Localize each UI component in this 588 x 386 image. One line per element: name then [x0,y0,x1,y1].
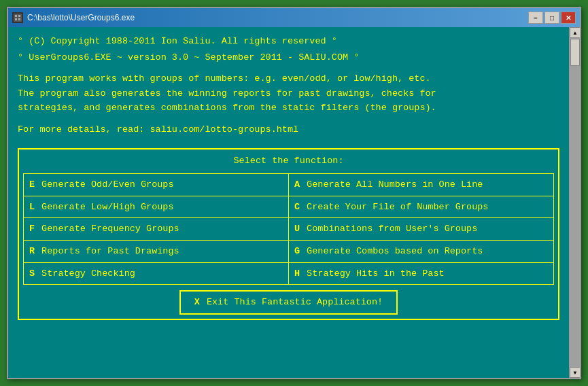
maximize-button[interactable]: □ [544,12,559,24]
close-button[interactable]: ✕ [561,12,576,24]
more-details: For more details, read: saliu.com/lotto-… [18,122,559,137]
menu-item-R[interactable]: R Reports for Past Drawings [24,241,289,263]
description-block: This program works with groups of number… [18,71,559,116]
main-content: ° (C) Copyright 1988-2011 Ion Saliu. All… [8,27,569,378]
menu-label-G: Generate Combos based on Reports [307,244,483,259]
menu-label-R: Reports for Past Drawings [41,244,179,259]
window-frame: C:\bas\lotto\UserGroups6.exe − □ ✕ ° (C)… [7,7,581,379]
svg-rect-3 [15,18,17,20]
scroll-thumb[interactable] [570,39,580,66]
minimize-button[interactable]: − [528,12,543,24]
title-bar-left: C:\bas\lotto\UserGroups6.exe [12,12,135,23]
menu-key-C: C [294,200,300,215]
menu-label-U: Combinations from User's Groups [307,222,477,236]
menu-key-A: A [294,177,300,192]
svg-rect-4 [18,18,20,20]
menu-item-C[interactable]: C Create Your File of Number Groups [289,196,554,219]
copyright-line1: ° (C) Copyright 1988-2011 Ion Saliu. All… [18,34,559,49]
menu-key-E: E [29,177,35,192]
menu-item-S[interactable]: S Strategy Checking [24,263,289,285]
menu-item-F[interactable]: F Generate Frequency Groups [24,218,289,241]
scroll-down-button[interactable]: ▼ [570,367,580,378]
menu-header: Select the function: [23,154,554,169]
menu-key-S: S [29,266,35,281]
menu-label-F: Generate Frequency Groups [41,222,179,236]
menu-label-L: Generate Low/High Groups [41,200,173,215]
menu-item-L[interactable]: L Generate Low/High Groups [24,196,289,219]
menu-item-H[interactable]: H Strategy Hits in the Past [289,263,554,285]
menu-grid: E Generate Odd/Even Groups A Generate Al… [23,173,554,285]
app-icon [12,12,23,23]
title-bar-buttons: − □ ✕ [528,12,576,24]
window-title: C:\bas\lotto\UserGroups6.exe [27,13,135,22]
menu-key-R: R [29,244,35,259]
menu-key-G: G [294,244,300,259]
desc-line1: This program works with groups of number… [18,71,559,86]
menu-box: Select the function: E Generate Odd/Even… [18,148,559,320]
exit-key: X [194,295,200,310]
exit-label: Exit This Fantastic Application! [207,295,383,310]
menu-key-H: H [294,266,300,281]
menu-item-E[interactable]: E Generate Odd/Even Groups [24,174,289,196]
exit-button[interactable]: X Exit This Fantastic Application! [179,290,398,315]
content-area: ° (C) Copyright 1988-2011 Ion Saliu. All… [8,27,580,378]
desc-line3: strategies, and generates combinations f… [18,101,559,116]
menu-label-C: Create Your File of Number Groups [307,200,488,215]
menu-key-F: F [29,222,35,236]
menu-label-S: Strategy Checking [41,266,135,281]
menu-key-U: U [294,222,300,236]
menu-item-A[interactable]: A Generate All Numbers in One Line [289,174,554,196]
svg-rect-2 [18,15,20,17]
menu-item-G[interactable]: G Generate Combos based on Reports [289,241,554,263]
desc-line2: The program also generates the winning r… [18,86,559,101]
scroll-up-button[interactable]: ▲ [570,27,580,38]
svg-rect-0 [14,14,22,22]
menu-label-H: Strategy Hits in the Past [307,266,445,281]
title-bar: C:\bas\lotto\UserGroups6.exe − □ ✕ [8,8,580,27]
copyright-line2: ° UserGroups6.EXE ~ version 3.0 ~ Septem… [18,50,559,65]
menu-key-L: L [29,200,35,215]
scroll-track [570,38,580,367]
menu-label-A: Generate All Numbers in One Line [307,177,483,192]
menu-label-E: Generate Odd/Even Groups [41,177,173,192]
scrollbar[interactable]: ▲ ▼ [569,27,580,378]
exit-row: X Exit This Fantastic Application! [23,290,554,315]
svg-rect-1 [15,15,17,17]
menu-item-U[interactable]: U Combinations from User's Groups [289,218,554,241]
